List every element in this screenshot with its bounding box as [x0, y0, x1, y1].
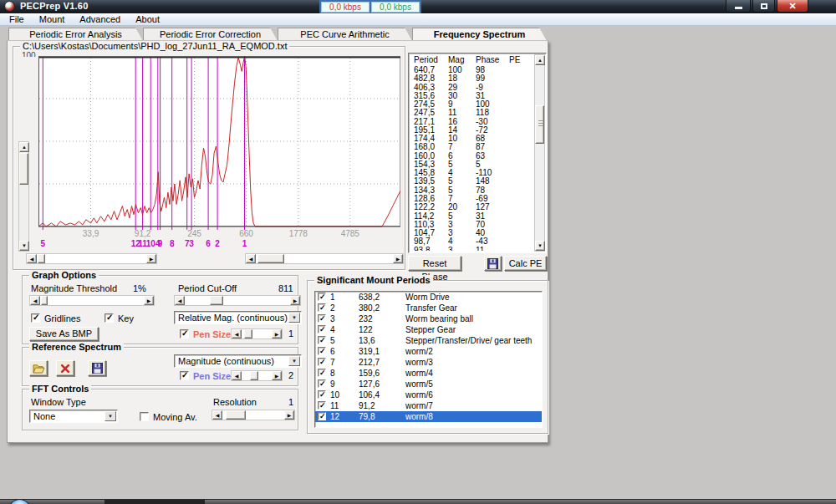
window-type-dropdown[interactable]: None ▼ — [29, 410, 118, 423]
scroll-left-icon[interactable]: ◀ — [246, 254, 256, 263]
chart-h-scrollbar-left[interactable]: ◀ ▶ — [26, 253, 157, 264]
row-checkbox[interactable] — [318, 314, 326, 323]
mount-period-row[interactable]: 10106,4worm/6 — [315, 389, 542, 400]
mount-period-row[interactable]: 3232Worm bearing ball — [315, 313, 542, 324]
mount-period-row[interactable]: 8159,6worm/4 — [315, 368, 542, 379]
slider-thumb[interactable] — [226, 410, 246, 420]
mount-period-row[interactable]: 6319,1worm/2 — [315, 346, 542, 357]
menu-item-file[interactable]: File — [2, 13, 32, 25]
tab-periodic-error-analysis[interactable]: Periodic Error Analysis — [8, 28, 143, 41]
start-button[interactable] — [8, 499, 31, 504]
resolution-slider[interactable]: ◀ ▶ — [212, 410, 295, 420]
slider-left-icon[interactable]: ◀ — [175, 296, 185, 305]
slider-right-icon[interactable]: ▶ — [144, 296, 154, 305]
mount-period-row[interactable]: 1638,2Worm Drive — [315, 292, 542, 303]
maximize-button[interactable] — [752, 0, 775, 13]
svg-text:6: 6 — [206, 239, 211, 248]
scroll-right-icon[interactable]: ▶ — [146, 254, 156, 263]
reset-phase-button[interactable]: Reset Phase — [408, 256, 461, 271]
slider-left-icon[interactable]: ◀ — [232, 329, 242, 339]
save-as-bmp-button[interactable]: Save As BMP — [29, 327, 99, 341]
row-checkbox[interactable] — [318, 293, 326, 301]
key-checkbox[interactable] — [104, 313, 114, 323]
table-row[interactable]: 93,8311 — [410, 247, 534, 251]
ref-pen-size-checkbox[interactable] — [180, 371, 189, 380]
menu-item-advanced[interactable]: Advanced — [72, 13, 128, 25]
slider-left-icon[interactable]: ◀ — [212, 410, 222, 420]
slider-thumb[interactable] — [244, 329, 252, 339]
chart-h-scrollbar-right[interactable]: ◀ ▶ — [245, 253, 404, 264]
menu-item-about[interactable]: About — [128, 13, 167, 25]
mount-period-row[interactable]: 2380,2Transfer Gear — [315, 303, 542, 313]
chevron-down-icon[interactable]: ▼ — [288, 313, 300, 323]
row-checkbox[interactable] — [318, 358, 326, 366]
scroll-up-icon[interactable]: ▲ — [535, 55, 545, 65]
row-checkbox[interactable] — [318, 412, 326, 420]
magnitude-threshold-slider[interactable]: ◀ ▶ — [29, 295, 155, 306]
calc-pe-button[interactable]: Calc PE — [504, 256, 547, 271]
moving-av-checkbox[interactable] — [140, 412, 149, 421]
tab-frequency-spectrum[interactable]: Frequency Spectrum — [412, 28, 547, 41]
scroll-left-icon[interactable]: ◀ — [27, 254, 37, 263]
mount-period-row[interactable]: 513,6Stepper/Transfer/Drive/ gear teeth — [315, 335, 542, 346]
slider-right-icon[interactable]: ▶ — [290, 296, 300, 305]
mount-period-row[interactable]: 7212,7worm/3 — [315, 357, 542, 368]
scrollbar-thumb[interactable] — [38, 254, 45, 263]
row-checkbox[interactable] — [318, 390, 326, 399]
reference-mode-dropdown[interactable]: Magnitude (continuous) ▼ — [174, 354, 302, 368]
gridlines-checkbox[interactable] — [31, 313, 40, 323]
pen-size-checkbox[interactable] — [180, 329, 189, 339]
menu-item-mount[interactable]: Mount — [32, 13, 73, 25]
table-scrollbar[interactable]: ▲ ▼ — [534, 54, 545, 252]
row-checkbox[interactable] — [318, 336, 326, 344]
scroll-up-icon[interactable]: ▲ — [19, 142, 29, 152]
scrollbar-track[interactable] — [37, 254, 146, 263]
column-header: Phase — [476, 55, 499, 64]
chart-vertical-scrollbar[interactable]: ▲ ▼ — [18, 141, 29, 252]
open-reference-button[interactable] — [29, 360, 48, 376]
slider-left-icon[interactable]: ◀ — [30, 296, 40, 305]
tab-periodic-error-correction[interactable]: Periodic Error Correction — [143, 28, 278, 41]
table-row[interactable]: 122,220127 — [410, 203, 534, 211]
period-cutoff-slider[interactable]: ◀ ▶ — [174, 295, 301, 306]
chevron-down-icon[interactable]: ▼ — [104, 411, 116, 421]
taskbar-button[interactable] — [104, 500, 205, 504]
clear-reference-button[interactable] — [56, 360, 74, 376]
mount-period-row[interactable]: 1191,2worm/7 — [315, 400, 542, 411]
row-checkbox[interactable] — [318, 325, 326, 333]
slider-right-icon[interactable]: ▶ — [272, 329, 282, 339]
scrollbar-thumb[interactable] — [535, 105, 544, 144]
row-checkbox[interactable] — [318, 347, 326, 355]
ref-pen-size-slider[interactable]: ◀ ▶ — [231, 370, 283, 381]
row-checkbox[interactable] — [318, 401, 326, 410]
save-reference-button[interactable] — [88, 360, 106, 376]
tab-pec-curve-arithmetic[interactable]: PEC Curve Arithmetic — [278, 28, 412, 41]
minimize-button[interactable] — [726, 0, 751, 13]
minimize-icon — [735, 7, 742, 9]
scroll-right-icon[interactable]: ▶ — [393, 254, 403, 263]
slider-thumb[interactable] — [210, 296, 223, 305]
slider-right-icon[interactable]: ▶ — [272, 371, 282, 380]
mount-period-row[interactable]: 4122Stepper Gear — [315, 324, 542, 335]
slider-thumb[interactable] — [250, 371, 258, 380]
row-checkbox[interactable] — [318, 303, 326, 312]
table-row[interactable]: 482,81899 — [410, 74, 534, 83]
scroll-down-icon[interactable]: ▼ — [535, 241, 545, 251]
scrollbar-thumb[interactable] — [19, 153, 28, 185]
slider-thumb[interactable] — [41, 296, 48, 305]
scrollbar-thumb[interactable] — [257, 254, 284, 263]
scroll-down-icon[interactable]: ▼ — [19, 241, 29, 251]
save-pe-button[interactable] — [484, 256, 502, 271]
resolution-value: 1 — [288, 397, 293, 407]
mount-period-row[interactable]: 9127,6worm/5 — [315, 379, 542, 389]
pen-size-slider[interactable]: ◀ ▶ — [231, 328, 283, 339]
close-button[interactable]: ✕ — [777, 0, 808, 13]
row-checkbox[interactable] — [318, 369, 326, 377]
spectrum-plot[interactable]: 33,991,224566017784785123456789101112 — [38, 56, 400, 248]
row-checkbox[interactable] — [318, 379, 326, 388]
slider-right-icon[interactable]: ▶ — [284, 410, 294, 420]
mount-period-row[interactable]: 1279,8worm/8 — [315, 411, 542, 422]
slider-left-icon[interactable]: ◀ — [232, 371, 242, 380]
chevron-down-icon[interactable]: ▼ — [288, 356, 300, 366]
magnitude-mode-dropdown[interactable]: Relative Mag. (continuous) ▼ — [174, 311, 302, 324]
